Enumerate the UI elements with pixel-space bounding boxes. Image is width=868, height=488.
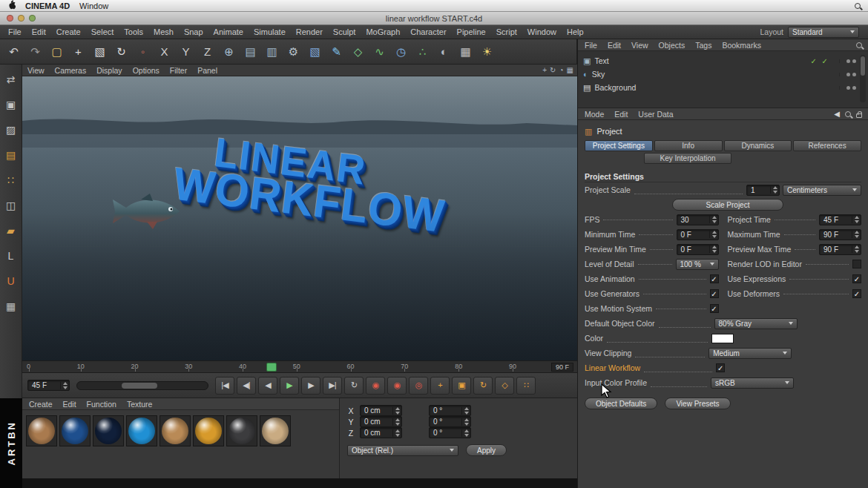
material-bronze[interactable] xyxy=(26,415,57,446)
object-row[interactable]: ▤ Background xyxy=(583,81,856,94)
object-manager-menu-item[interactable]: Objects xyxy=(654,41,691,50)
use-generators-checkbox[interactable]: ✓ xyxy=(710,289,719,298)
workplane-grid-icon[interactable]: ▦ xyxy=(2,297,20,315)
material-black-gloss[interactable] xyxy=(226,415,257,446)
viewport-canvas[interactable]: LINEAR WORKFLOW xyxy=(22,76,577,360)
attribute-menu-item[interactable]: Mode xyxy=(579,110,609,119)
menu-item[interactable]: Help xyxy=(562,27,589,36)
tab-project-settings[interactable]: Project Settings xyxy=(585,140,653,151)
snap-icon[interactable]: U xyxy=(2,272,20,290)
position-field[interactable]: 0 cm xyxy=(360,416,402,427)
object-row[interactable]: ▣ Text ✓ ✓ xyxy=(583,54,856,67)
menu-item[interactable]: Window xyxy=(522,27,562,36)
object-manager-menu-item[interactable]: Tags xyxy=(690,41,717,50)
attribute-menu-item[interactable]: Edit xyxy=(609,110,633,119)
menu-item[interactable]: Simulate xyxy=(249,27,291,36)
project-scale-unit-dropdown[interactable]: Centimeters xyxy=(783,185,861,196)
object-name[interactable]: Background xyxy=(594,83,636,92)
rotation-field[interactable]: 0 ° xyxy=(429,416,471,427)
light-icon[interactable]: ☀ xyxy=(477,42,497,62)
apple-menu-icon[interactable] xyxy=(7,0,16,11)
viewport-menu-item[interactable]: Options xyxy=(128,66,165,75)
fps-field[interactable]: 30 xyxy=(677,214,719,225)
linear-workflow-checkbox[interactable]: ✓ xyxy=(716,363,725,372)
enable-axis-icon[interactable]: L xyxy=(2,247,20,265)
color-swatch[interactable] xyxy=(711,334,734,343)
material-cyan[interactable] xyxy=(126,415,157,446)
record-rotation-button[interactable]: ↻ xyxy=(473,377,493,395)
material-gold[interactable] xyxy=(193,415,224,446)
add-generator-icon[interactable]: ◇ xyxy=(348,42,368,62)
time-icon[interactable]: ◷ xyxy=(391,42,411,62)
lock-y-axis-icon[interactable]: Y xyxy=(176,42,196,62)
camera-icon[interactable]: ▦ xyxy=(456,42,476,62)
project-scale-field[interactable]: 1 xyxy=(746,185,780,196)
project-time-field[interactable]: 45 F xyxy=(819,214,861,225)
position-field[interactable]: 0 cm xyxy=(360,405,402,416)
default-object-color-dropdown[interactable]: 80% Gray xyxy=(714,318,798,329)
live-selection-icon[interactable]: ▢ xyxy=(47,42,67,62)
toggle-view-icon[interactable]: ▦ xyxy=(567,66,573,74)
object-name[interactable]: Sky xyxy=(592,70,605,79)
timeline-range-slider[interactable] xyxy=(76,381,208,390)
move-tool-icon[interactable]: + xyxy=(68,42,88,62)
keyframe-selection-button[interactable]: ◎ xyxy=(409,377,428,395)
menu-item[interactable]: Edit xyxy=(27,27,51,36)
attribute-menu-item[interactable]: User Data xyxy=(633,110,678,119)
texture-mode-icon[interactable]: ▨ xyxy=(2,121,20,139)
use-animation-checkbox[interactable]: ✓ xyxy=(710,274,719,283)
add-deformer-icon[interactable]: ∿ xyxy=(369,42,389,62)
material-planet[interactable] xyxy=(160,415,191,446)
material-menu-item[interactable]: Create xyxy=(24,400,58,409)
object-manager-menu-item[interactable]: Edit xyxy=(602,41,626,50)
record-keyframe-button[interactable]: ◉ xyxy=(366,377,385,395)
render-lod-checkbox[interactable] xyxy=(852,260,861,268)
previous-frame-button[interactable]: ◀ xyxy=(258,377,277,395)
tab-references[interactable]: References xyxy=(793,140,861,151)
range-slider-handle[interactable] xyxy=(122,383,157,389)
viewport-menu-item[interactable]: Cameras xyxy=(50,66,92,75)
menu-item[interactable]: Script xyxy=(491,27,522,36)
menu-item[interactable]: Create xyxy=(51,27,86,36)
viewport-menu-item[interactable]: Filter xyxy=(165,66,192,75)
object-manager-menu-item[interactable]: View xyxy=(626,41,654,50)
use-deformers-checkbox[interactable]: ✓ xyxy=(852,289,861,298)
object-manager-menu-item[interactable]: Bookmarks xyxy=(717,41,766,50)
lock-x-axis-icon[interactable]: X xyxy=(154,42,174,62)
material-menu-item[interactable]: Texture xyxy=(122,400,157,409)
zoom-view-icon[interactable]: ◔ xyxy=(559,66,564,74)
preview-min-time-field[interactable]: 0 F xyxy=(677,244,719,255)
environment-icon[interactable]: ◐ xyxy=(434,42,454,62)
window-controls[interactable] xyxy=(7,15,36,22)
visibility-dots[interactable] xyxy=(839,86,856,90)
search-icon[interactable] xyxy=(856,42,862,48)
material-menu-item[interactable]: Edit xyxy=(58,400,82,409)
add-spline-icon[interactable]: ✎ xyxy=(326,42,346,62)
level-of-detail-dropdown[interactable]: 100 % xyxy=(676,259,719,270)
minimum-time-field[interactable]: 0 F xyxy=(677,229,719,240)
material-blue-gloss[interactable] xyxy=(59,415,91,446)
menu-item[interactable]: Select xyxy=(86,27,119,36)
scale-project-button[interactable]: Scale Project xyxy=(672,199,783,211)
pan-view-icon[interactable]: + xyxy=(542,66,547,74)
autokey-button[interactable]: ◉ xyxy=(387,377,407,395)
object-row[interactable]: ◐ Sky xyxy=(583,67,856,81)
object-state-checks[interactable]: ✓ ✓ xyxy=(810,57,829,65)
input-color-profile-dropdown[interactable]: sRGB xyxy=(711,377,794,389)
rotate-tool-icon[interactable]: ↻ xyxy=(111,42,131,62)
menu-item[interactable]: Pipeline xyxy=(452,27,491,36)
lock-icon[interactable] xyxy=(856,113,862,118)
menu-item[interactable]: File xyxy=(3,27,27,36)
material-menu-item[interactable]: Function xyxy=(82,400,122,409)
coordinate-system-icon[interactable]: ⊕ xyxy=(219,42,239,62)
scale-tool-icon[interactable]: ▧ xyxy=(90,42,110,62)
preview-max-time-field[interactable]: 90 F xyxy=(819,244,861,255)
tab-info[interactable]: Info xyxy=(654,140,723,151)
play-button[interactable]: ▶ xyxy=(280,377,299,395)
record-parameter-button[interactable]: ◇ xyxy=(495,377,514,395)
tab-dynamics[interactable]: Dynamics xyxy=(724,140,792,151)
object-manager-menu-item[interactable]: File xyxy=(579,41,602,50)
material-marble[interactable] xyxy=(260,415,291,446)
timeline-ruler[interactable]: 0102030405060708090 90 F xyxy=(22,360,577,373)
menu-item[interactable]: Sculpt xyxy=(328,27,361,36)
